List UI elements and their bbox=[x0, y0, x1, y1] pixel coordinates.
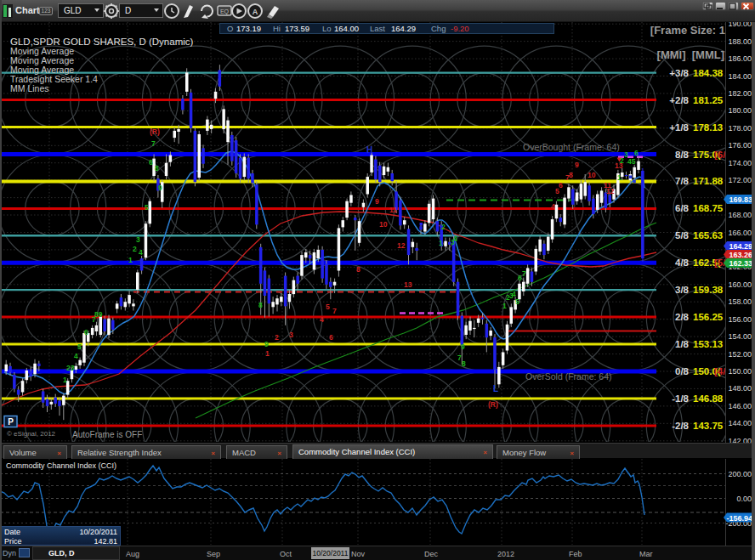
svg-text:45: 45 bbox=[627, 157, 636, 166]
svg-text:12: 12 bbox=[606, 187, 615, 195]
svg-text:8: 8 bbox=[356, 265, 360, 274]
svg-text:152.00: 152.00 bbox=[728, 350, 752, 359]
svg-text:4: 4 bbox=[320, 315, 324, 324]
svg-text:164.29: 164.29 bbox=[729, 242, 752, 251]
svg-text:+3/8: +3/8 bbox=[669, 68, 689, 78]
svg-text:160.00: 160.00 bbox=[728, 280, 752, 289]
svg-text:1/8: 1/8 bbox=[675, 339, 690, 349]
svg-text:178.00: 178.00 bbox=[728, 124, 752, 133]
svg-text:146.00: 146.00 bbox=[728, 402, 752, 410]
svg-text:184.00: 184.00 bbox=[728, 72, 752, 81]
svg-text:0/8: 0/8 bbox=[675, 366, 690, 376]
svg-text:9: 9 bbox=[575, 161, 579, 169]
svg-text:1: 1 bbox=[502, 302, 507, 310]
svg-text:146.88: 146.88 bbox=[693, 393, 724, 404]
svg-text:+2/8: +2/8 bbox=[669, 95, 689, 105]
svg-text:4: 4 bbox=[139, 248, 143, 257]
svg-text:6: 6 bbox=[149, 158, 153, 167]
svg-text:-2/8: -2/8 bbox=[672, 421, 689, 431]
svg-text:1: 1 bbox=[63, 376, 67, 384]
svg-text:10: 10 bbox=[588, 171, 596, 179]
svg-text:EQ: EQ bbox=[220, 8, 230, 15]
svg-text:2/8: 2/8 bbox=[675, 312, 690, 322]
svg-text:3: 3 bbox=[136, 235, 140, 244]
svg-text:4: 4 bbox=[551, 202, 555, 211]
svg-text:174.00: 174.00 bbox=[728, 159, 752, 167]
svg-text:2: 2 bbox=[133, 245, 137, 253]
svg-text:176.00: 176.00 bbox=[728, 141, 752, 150]
svg-text:23: 23 bbox=[66, 364, 75, 372]
svg-text:156.00: 156.00 bbox=[728, 315, 752, 324]
svg-text:-1/8: -1/8 bbox=[672, 393, 689, 404]
svg-text:6: 6 bbox=[329, 333, 333, 342]
svg-text:3: 3 bbox=[289, 331, 293, 339]
svg-text:9: 9 bbox=[375, 197, 379, 206]
svg-text:200.00: 200.00 bbox=[728, 470, 752, 478]
svg-text:5: 5 bbox=[326, 303, 330, 311]
svg-text:H: H bbox=[366, 145, 372, 155]
svg-text:89: 89 bbox=[94, 310, 103, 319]
svg-text:9: 9 bbox=[264, 340, 269, 348]
svg-text:11: 11 bbox=[389, 206, 397, 214]
svg-text:6: 6 bbox=[634, 149, 639, 157]
svg-text:2: 2 bbox=[441, 223, 446, 231]
svg-text:184.38: 184.38 bbox=[693, 68, 724, 78]
svg-text:5: 5 bbox=[515, 297, 519, 306]
svg-text:MM Lines: MM Lines bbox=[10, 83, 49, 93]
svg-text:150.00: 150.00 bbox=[728, 367, 752, 376]
svg-text:A: A bbox=[253, 8, 258, 16]
svg-text:178.13: 178.13 bbox=[693, 122, 723, 133]
svg-text:144.00: 144.00 bbox=[728, 419, 752, 427]
svg-text:3/8: 3/8 bbox=[675, 285, 690, 295]
svg-text:168.75: 168.75 bbox=[693, 203, 724, 213]
svg-text:143.75: 143.75 bbox=[693, 421, 724, 431]
svg-text:13: 13 bbox=[404, 280, 412, 289]
svg-text:5: 5 bbox=[145, 203, 149, 212]
svg-text:OverBought (Frame: 64): OverBought (Frame: 64) bbox=[523, 142, 620, 152]
svg-text:159.38: 159.38 bbox=[693, 285, 724, 295]
svg-text:1: 1 bbox=[265, 349, 270, 358]
svg-text:7/8: 7/8 bbox=[675, 176, 690, 186]
svg-text:188.00: 188.00 bbox=[728, 37, 752, 46]
svg-text:156.25: 156.25 bbox=[693, 312, 724, 322]
svg-text:4: 4 bbox=[74, 352, 78, 360]
svg-text:8/8: 8/8 bbox=[675, 150, 690, 160]
svg-text:[Frame Size: 1: [Frame Size: 1 bbox=[650, 24, 725, 37]
svg-text:7: 7 bbox=[151, 139, 156, 148]
svg-text:6: 6 bbox=[84, 328, 88, 337]
svg-text:(R): (R) bbox=[150, 127, 160, 136]
svg-text:171.88: 171.88 bbox=[693, 176, 724, 186]
svg-text:6: 6 bbox=[559, 181, 563, 189]
svg-text:-156.94: -156.94 bbox=[726, 514, 752, 523]
svg-text:OverSold (Frame: 64): OverSold (Frame: 64) bbox=[525, 371, 612, 382]
svg-text:148.00: 148.00 bbox=[728, 384, 752, 393]
svg-text:12: 12 bbox=[397, 241, 406, 250]
svg-text:AutoFrame is OFF: AutoFrame is OFF bbox=[72, 430, 142, 439]
svg-text:8: 8 bbox=[155, 164, 159, 173]
svg-text:9: 9 bbox=[461, 342, 465, 351]
svg-text:L: L bbox=[493, 384, 498, 393]
svg-text:1: 1 bbox=[128, 256, 133, 264]
svg-text:0.00: 0.00 bbox=[736, 495, 752, 503]
svg-text:8: 8 bbox=[462, 359, 466, 368]
svg-text:[MMI] [MML]: [MMI] [MML] bbox=[657, 48, 724, 61]
svg-text:5: 5 bbox=[77, 342, 82, 351]
svg-text:7: 7 bbox=[522, 269, 526, 278]
svg-text:4/8: 4/8 bbox=[675, 257, 690, 268]
svg-text:8: 8 bbox=[569, 171, 573, 179]
svg-text:169.83: 169.83 bbox=[729, 195, 752, 204]
svg-text:6/8: 6/8 bbox=[675, 203, 690, 213]
svg-text:5/8: 5/8 bbox=[675, 230, 690, 240]
svg-text:Commodity Channel Index (CCI): Commodity Channel Index (CCI) bbox=[6, 461, 116, 470]
svg-text:172.00: 172.00 bbox=[728, 176, 752, 184]
svg-text:181.25: 181.25 bbox=[693, 95, 724, 105]
svg-text:162.33: 162.33 bbox=[729, 259, 752, 268]
svg-text:182.00: 182.00 bbox=[728, 89, 752, 98]
svg-text:186.00: 186.00 bbox=[728, 54, 752, 63]
svg-text:166.00: 166.00 bbox=[728, 229, 752, 237]
svg-text:2: 2 bbox=[275, 333, 279, 342]
svg-text:10: 10 bbox=[379, 220, 388, 229]
svg-text:8: 8 bbox=[258, 301, 263, 309]
svg-text:158.00: 158.00 bbox=[728, 297, 752, 306]
svg-text:© eSignal, 2012: © eSignal, 2012 bbox=[7, 430, 56, 438]
